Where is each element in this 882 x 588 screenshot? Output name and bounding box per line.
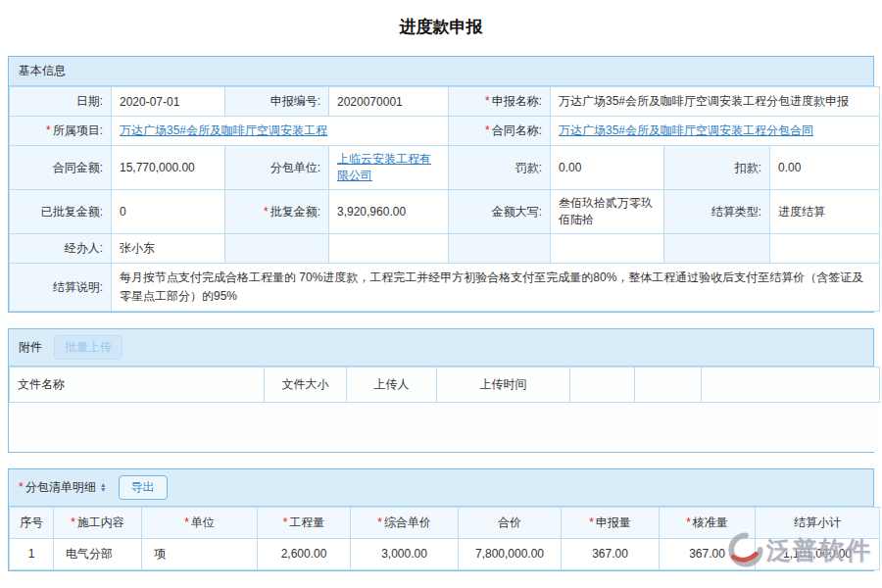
col-work-content-text: 施工内容 bbox=[77, 515, 124, 529]
sort-icon[interactable]: ▲ ▼ bbox=[100, 482, 107, 493]
col-upload-time: 上传时间 bbox=[437, 368, 570, 403]
contract-link[interactable]: 万达广场35#会所及咖啡厅空调安装工程分包合同 bbox=[559, 123, 813, 137]
col-unit-text: 单位 bbox=[191, 515, 215, 529]
col-empty bbox=[635, 368, 702, 403]
required-asterisk: * bbox=[264, 205, 269, 219]
project-label: *所属项目: bbox=[10, 117, 112, 146]
col-settle-subtotal: 结算小计 bbox=[756, 507, 880, 538]
required-asterisk: * bbox=[686, 515, 691, 529]
operator-label: 经办人: bbox=[10, 234, 112, 264]
approved-label-text: 批复金额: bbox=[270, 205, 320, 219]
approved-prev-label: 已批复金额: bbox=[10, 190, 112, 234]
empty-label-cell bbox=[664, 234, 770, 264]
col-empty bbox=[702, 368, 880, 403]
attachments-empty-row bbox=[10, 403, 880, 452]
required-asterisk: * bbox=[377, 515, 382, 529]
contract-amount-label-text: 合同金额: bbox=[53, 161, 103, 174]
col-unit-price: *综合单价 bbox=[351, 507, 459, 538]
cell-unit-price: 3,000.00 bbox=[351, 538, 459, 569]
words-label-text: 金额大写: bbox=[492, 205, 542, 219]
cell-declared-qty: 367.00 bbox=[562, 538, 660, 569]
attachments-section: 附件 批量上传 文件名称 文件大小 上传人 上传时间 bbox=[8, 328, 874, 453]
col-approved-qty-text: 核准量 bbox=[693, 515, 728, 529]
page-title: 进度款申报 bbox=[0, 0, 882, 38]
required-asterisk: * bbox=[19, 480, 24, 494]
basic-info-table: 日期: 2020-07-01 申报编号: 2020070001 *申报名称: 万… bbox=[9, 86, 880, 312]
cell-approved-qty: 367.00 bbox=[660, 538, 756, 569]
subunit-link[interactable]: 上临云安装工程有限公司 bbox=[337, 152, 431, 182]
decl-no-label-text: 申报编号: bbox=[270, 94, 320, 108]
col-seq: 序号 bbox=[10, 507, 54, 538]
basic-row-3: 合同金额: 15,770,000.00 分包单位: 上临云安装工程有限公司 罚款… bbox=[10, 146, 880, 190]
detail-header-bar: * 分包清单明细 ▲ ▼ 导出 bbox=[9, 469, 873, 507]
required-asterisk: * bbox=[46, 123, 51, 137]
operator-value: 张小东 bbox=[112, 234, 225, 264]
approved-label: *批复金额: bbox=[225, 190, 329, 234]
col-seq-text: 序号 bbox=[20, 515, 43, 529]
contract-amount-label: 合同金额: bbox=[10, 146, 112, 190]
attachments-title: 附件 bbox=[19, 339, 42, 356]
col-quantity: *工程量 bbox=[258, 507, 351, 538]
detail-title: 分包清单明细 bbox=[25, 479, 96, 496]
note-value: 每月按节点支付完成合格工程量的 70%进度款，工程完工并经甲方初验合格支付至完成… bbox=[112, 264, 880, 312]
col-unit: *单位 bbox=[142, 507, 258, 538]
contract-name-label-text: 合同名称: bbox=[492, 123, 542, 137]
note-label: 结算说明: bbox=[10, 264, 112, 312]
project-value-cell: 万达广场35#会所及咖啡厅空调安装工程 bbox=[112, 117, 449, 146]
decl-name-value: 万达广场35#会所及咖啡厅空调安装工程分包进度款申报 bbox=[551, 87, 880, 117]
contract-name-label: *合同名称: bbox=[449, 117, 551, 146]
basic-info-header-bar: 基本信息 bbox=[9, 57, 873, 86]
decl-name-label-text: 申报名称: bbox=[492, 94, 542, 108]
contract-amount-value: 15,770,000.00 bbox=[112, 146, 225, 190]
cell-seq: 1 bbox=[10, 538, 54, 569]
export-button[interactable]: 导出 bbox=[119, 475, 168, 500]
settle-type-value: 进度结算 bbox=[770, 190, 880, 234]
col-file-name: 文件名称 bbox=[10, 368, 265, 403]
batch-upload-button[interactable]: 批量上传 bbox=[54, 335, 122, 360]
decl-no-label: 申报编号: bbox=[225, 87, 329, 117]
cell-quantity: 2,600.00 bbox=[258, 538, 351, 569]
required-asterisk: * bbox=[589, 515, 594, 529]
basic-row-1: 日期: 2020-07-01 申报编号: 2020070001 *申报名称: 万… bbox=[10, 87, 880, 117]
empty-label-cell bbox=[225, 234, 329, 264]
cell-work-content: 电气分部 bbox=[54, 538, 142, 569]
date-label-text: 日期: bbox=[76, 94, 103, 108]
sort-down-arrow: ▼ bbox=[100, 487, 107, 492]
col-total-price: 合价 bbox=[459, 507, 562, 538]
empty-value-cell bbox=[551, 234, 664, 264]
project-label-text: 所属项目: bbox=[53, 123, 103, 137]
required-asterisk: * bbox=[283, 515, 288, 529]
words-label: 金额大写: bbox=[449, 190, 551, 234]
col-declared-qty-text: 申报量 bbox=[596, 515, 631, 529]
col-uploader: 上传人 bbox=[347, 368, 437, 403]
decl-no-value: 2020070001 bbox=[329, 87, 449, 117]
col-approved-qty: *核准量 bbox=[660, 507, 756, 538]
project-link[interactable]: 万达广场35#会所及咖啡厅空调安装工程 bbox=[120, 123, 327, 137]
required-asterisk: * bbox=[184, 515, 189, 529]
approved-prev-label-text: 已批复金额: bbox=[41, 205, 103, 219]
settle-type-label-text: 结算类型: bbox=[711, 205, 761, 219]
col-work-content: *施工内容 bbox=[54, 507, 142, 538]
words-value: 叁佰玖拾贰万零玖佰陆拾 bbox=[551, 190, 664, 234]
cell-settle-subtotal: 1,101,000.00 bbox=[756, 538, 880, 569]
basic-info-section: 基本信息 日期: 2020-07-01 申报编号: 2020070001 *申报… bbox=[8, 56, 874, 313]
cell-total-price: 7,800,000.00 bbox=[459, 538, 562, 569]
col-declared-qty: *申报量 bbox=[562, 507, 660, 538]
detail-table: 序号 *施工内容 *单位 *工程量 *综合单价 合价 *申报量 *核准量 结算小… bbox=[9, 507, 880, 570]
required-asterisk: * bbox=[485, 123, 490, 137]
subunit-value-cell: 上临云安装工程有限公司 bbox=[329, 146, 449, 190]
deduct-label: 扣款: bbox=[664, 146, 770, 190]
empty-label-cell bbox=[449, 234, 551, 264]
basic-row-6: 结算说明: 每月按节点支付完成合格工程量的 70%进度款，工程完工并经甲方初验合… bbox=[10, 264, 880, 312]
basic-info-title: 基本信息 bbox=[19, 63, 66, 79]
decl-name-label: *申报名称: bbox=[449, 87, 551, 117]
subunit-label: 分包单位: bbox=[225, 146, 329, 190]
penalty-value: 0.00 bbox=[551, 146, 664, 190]
deduct-label-text: 扣款: bbox=[735, 161, 761, 174]
attachments-table: 文件名称 文件大小 上传人 上传时间 bbox=[9, 367, 880, 452]
required-asterisk: * bbox=[71, 515, 75, 529]
settle-type-label: 结算类型: bbox=[664, 190, 770, 234]
approved-prev-value: 0 bbox=[112, 190, 225, 234]
detail-data-row: 1 电气分部 项 2,600.00 3,000.00 7,800,000.00 … bbox=[10, 538, 880, 569]
attachments-header-row: 文件名称 文件大小 上传人 上传时间 bbox=[10, 368, 880, 403]
